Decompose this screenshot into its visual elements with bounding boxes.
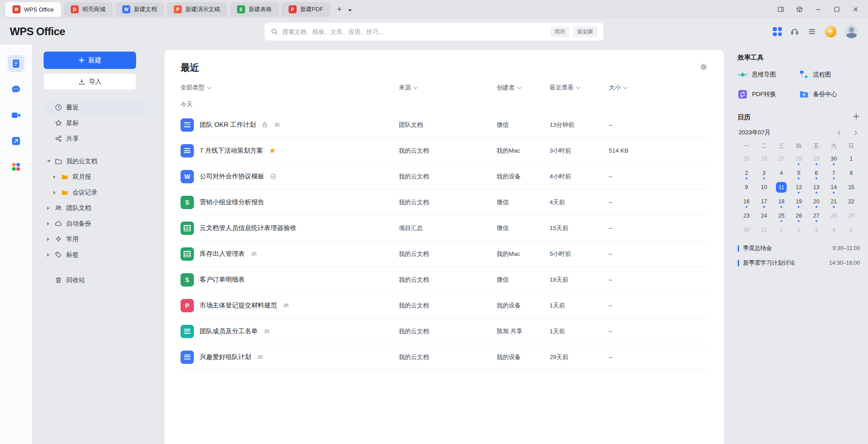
calendar-day[interactable]: 31 [755,223,772,237]
file-row[interactable]: 公司对外合作协议模板 我的云文档 我的设备 4小时前 – [181,164,708,190]
calendar-event[interactable]: 季度总结会 9:30–11:00 [738,244,860,252]
file-row[interactable]: 7 月线下活动策划方案 我的云文档 我的Mac 3小时前 514 KB [181,138,708,164]
sidebar-item-frequent[interactable]: 常用 [44,231,150,247]
rail-meeting-camera-icon[interactable] [8,107,24,124]
calendar-day[interactable]: 28 [825,209,842,223]
tool-flowchart[interactable]: 流程图 [799,70,860,80]
calendar-day[interactable]: 3 [755,166,772,180]
calendar-day[interactable]: 1 [773,223,790,237]
maximize-button[interactable] [830,3,844,16]
calendar-day[interactable]: 30 [825,152,842,166]
sidebar-item-bimonthly-report[interactable]: 双月报 [44,169,150,185]
file-row[interactable]: 团队 OKR 工作计划 团队文档 微信 13分钟前 – [181,112,708,138]
search-tag-plan[interactable]: 策划案 [573,26,597,37]
file-row[interactable]: 团队成员及分工名单 我的云文档 陈旭 共享 1天前 – [181,319,708,344]
search-tag-resume[interactable]: 简历 [551,26,569,37]
window-tab[interactable]: WPS Office [5,2,61,17]
calendar-day[interactable]: 12 [790,180,808,194]
calendar-day[interactable]: 17 [755,194,772,209]
sidebar-item-shared[interactable]: 共享 [44,131,150,146]
rail-app-center-icon[interactable] [8,158,24,175]
member-vip-badge[interactable]: ✦ [825,26,836,37]
tab-list-chevron[interactable] [346,3,354,16]
calendar-day[interactable]: 1 [843,152,860,166]
minimize-button[interactable] [811,3,825,16]
window-tab[interactable]: 新建演示文稿 [167,2,227,17]
calendar-day[interactable]: 29 [808,152,825,166]
rail-cloud-service-icon[interactable] [8,133,24,149]
support-headset-icon[interactable] [790,27,799,36]
filter-viewed[interactable]: 最近查看 [550,84,609,92]
sidebar-item-starred[interactable]: 星标 [44,115,150,131]
calendar-day[interactable]: 13 [808,180,825,194]
calendar-day[interactable]: 23 [738,209,755,223]
filter-source[interactable]: 来源 [399,84,497,92]
workspace-box-icon[interactable] [792,3,807,16]
sidebar-item-meeting-notes[interactable]: 会议记录 [44,185,150,200]
window-tab[interactable]: 稻壳商城 [64,2,113,17]
calendar-day[interactable]: 25 [773,209,790,223]
sidebar-item-tags[interactable]: 标签 [44,247,150,262]
calendar-next-button[interactable] [850,128,859,137]
calendar-day[interactable]: 8 [843,166,860,180]
calendar-day[interactable]: 2 [790,223,808,237]
menu-icon[interactable] [808,27,816,36]
tool-mindmap[interactable]: 思维导图 [738,70,799,80]
calendar-day[interactable]: 9 [738,180,755,194]
filter-type[interactable]: 全部类型 [181,84,399,92]
file-row[interactable]: 市场主体登记提交材料规范 我的云文档 我的设备 1天前 – [181,293,708,319]
file-row[interactable]: 客户订单明细表 我的云文档 微信 18天前 – [181,267,708,293]
sidebar-item-my-cloud-docs[interactable]: 我的云文档 [44,153,150,169]
filter-size[interactable]: 大小 [609,84,708,92]
calendar-day[interactable]: 6 [808,166,825,180]
calendar-day[interactable]: 18 [773,194,790,209]
sidebar-item-auto-backup[interactable]: 自动备份 [44,216,150,231]
calendar-day[interactable]: 16 [738,194,755,209]
file-row[interactable]: 营销小组业绩分析报告 我的云文档 微信 4天前 – [181,190,708,215]
filter-creator[interactable]: 创建者 [497,84,550,92]
sidebar-item-recent[interactable]: 最近 [44,100,150,115]
file-row[interactable]: 云文档管人员信息统计表理器验收 项目汇总 微信 15天前 – [181,215,708,241]
rail-documents-icon[interactable] [8,55,24,72]
sidebar-item-team-docs[interactable]: 团队文档 [44,200,150,216]
tool-backup-center[interactable]: 备份中心 [799,89,860,99]
calendar-day[interactable]: 11 [773,180,790,194]
calendar-day[interactable]: 2 [738,166,755,180]
calendar-day[interactable]: 24 [755,209,772,223]
calendar-day[interactable]: 26 [755,152,772,166]
file-row[interactable]: 库存出入管理表 我的云文档 我的Mac 5小时前 – [181,241,708,267]
calendar-day[interactable]: 29 [843,209,860,223]
window-tab[interactable]: 新建PDF [281,2,330,17]
calendar-event[interactable]: 新季度学习计划讨论 14:30–16:00 [738,259,860,267]
search-input[interactable] [282,28,547,35]
new-document-button[interactable]: 新建 [44,52,136,69]
calendar-day[interactable]: 4 [773,166,790,180]
user-avatar[interactable] [845,25,858,38]
gear-icon[interactable] [699,63,708,73]
calendar-day[interactable]: 30 [738,223,755,237]
calendar-day[interactable]: 14 [825,180,842,194]
calendar-day[interactable]: 28 [790,152,808,166]
window-tab[interactable]: 新建表格 [230,2,279,17]
calendar-day[interactable]: 27 [773,152,790,166]
sidebar-toggle-icon[interactable] [774,3,788,16]
window-tab[interactable]: 新建文档 [115,2,164,17]
calendar-add-button[interactable] [852,113,860,121]
calendar-day[interactable]: 15 [843,180,860,194]
search-bar[interactable]: 简历 策划案 [265,23,603,40]
calendar-day[interactable]: 21 [825,194,842,209]
calendar-day[interactable]: 19 [790,194,808,209]
file-row[interactable]: 兴趣爱好组队计划 我的云文档 我的设备 29天前 – [181,344,708,370]
sidebar-item-trash[interactable]: 回收站 [44,272,150,288]
import-button[interactable]: 导入 [44,73,136,90]
calendar-day[interactable]: 4 [825,223,842,237]
calendar-day[interactable]: 10 [755,180,772,194]
calendar-day[interactable]: 3 [808,223,825,237]
apps-grid-icon[interactable] [773,27,782,36]
calendar-day[interactable]: 5 [790,166,808,180]
tool-pdf-convert[interactable]: PDF转换 [738,89,799,99]
calendar-day[interactable]: 7 [825,166,842,180]
rail-chat-icon[interactable] [8,81,24,98]
calendar-day[interactable]: 27 [808,209,825,223]
calendar-day[interactable]: 25 [738,152,755,166]
